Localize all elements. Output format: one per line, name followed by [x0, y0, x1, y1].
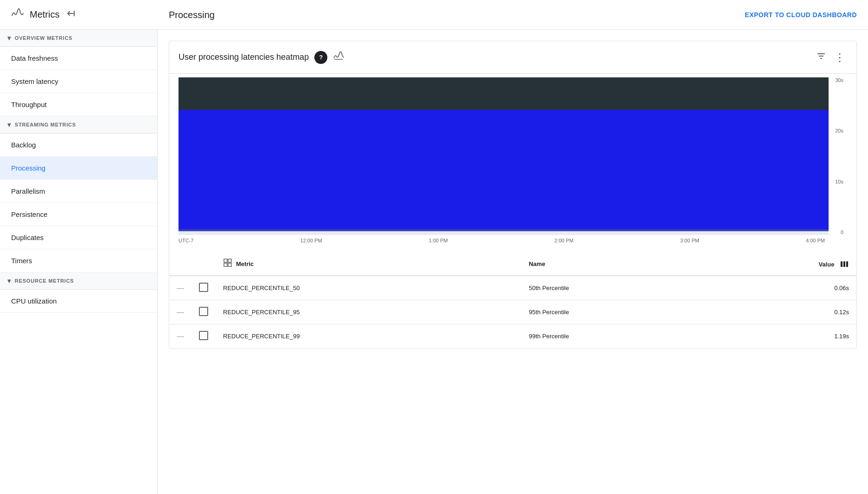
sidebar-section-overview[interactable]: ▾ OVERVIEW METRICS: [0, 30, 157, 47]
table-row: — REDUCE_PERCENTILE_50 50th Percentile 0…: [169, 276, 856, 300]
row-name-p50: 50th Percentile: [521, 276, 705, 300]
row-dash-p95: —: [169, 300, 191, 324]
svg-rect-13: [841, 261, 842, 267]
card-title-group: User processing latencies heatmap ?: [179, 51, 344, 64]
sidebar-item-backlog[interactable]: Backlog: [0, 133, 157, 157]
streaming-chevron-icon: ▾: [7, 121, 11, 128]
sidebar-section-streaming[interactable]: ▾ STREAMING METRICS: [0, 116, 157, 133]
svg-rect-5: [179, 77, 829, 110]
row-checkbox-p99[interactable]: [191, 324, 216, 348]
row-value-p99: 1.19s: [705, 324, 856, 348]
row-metric-p99: REDUCE_PERCENTILE_99: [216, 324, 521, 348]
metrics-table-container: Metric Name Value: [169, 253, 856, 348]
y-label-20s: 20s: [832, 128, 843, 133]
metrics-wave-icon[interactable]: [333, 51, 344, 64]
row-metric-p95: REDUCE_PERCENTILE_95: [216, 300, 521, 324]
filter-icon[interactable]: [814, 49, 829, 66]
row-metric-p50: REDUCE_PERCENTILE_50: [216, 276, 521, 300]
heatmap-card: User processing latencies heatmap ?: [169, 41, 857, 348]
sidebar-item-throughput[interactable]: Throughput: [0, 93, 157, 116]
sidebar: ▾ OVERVIEW METRICS Data freshness System…: [0, 30, 158, 494]
th-metric-group: Metric: [223, 258, 514, 270]
export-button[interactable]: EXPORT TO CLOUD DASHBOARD: [745, 11, 857, 19]
more-options-icon[interactable]: ⋮: [832, 49, 847, 66]
chart-container: 30s 20s 10s 0 UTC-7 12:00 PM 1:00 PM 2:0…: [169, 77, 856, 253]
sidebar-item-processing[interactable]: Processing: [0, 157, 157, 180]
app-logo-icon: [11, 7, 24, 23]
row-name-p99: 99th Percentile: [521, 324, 705, 348]
sidebar-item-system-latency[interactable]: System latency: [0, 70, 157, 93]
resource-chevron-icon: ▾: [7, 277, 11, 285]
row-value-p95: 0.12s: [705, 300, 856, 324]
th-value: Value: [705, 253, 856, 276]
y-label-10s: 10s: [832, 179, 843, 184]
x-label-1pm: 1:00 PM: [429, 238, 448, 243]
th-dash: [169, 253, 191, 276]
main-layout: ▾ OVERVIEW METRICS Data freshness System…: [0, 30, 868, 494]
sidebar-item-cpu-utilization[interactable]: CPU utilization: [0, 290, 157, 313]
row-dash-p99: —: [169, 324, 191, 348]
svg-rect-10: [228, 259, 231, 262]
th-metric: Metric: [216, 253, 521, 276]
svg-rect-8: [179, 231, 829, 235]
table-row: — REDUCE_PERCENTILE_99 99th Percentile 1…: [169, 324, 856, 348]
help-icon[interactable]: ?: [314, 51, 327, 64]
row-dash-p50: —: [169, 276, 191, 300]
x-label-4pm: 4:00 PM: [806, 238, 825, 243]
chart-area: [179, 77, 829, 235]
chart-title: User processing latencies heatmap: [179, 52, 309, 62]
page-title: Processing: [169, 10, 215, 20]
overview-chevron-icon: ▾: [7, 34, 11, 42]
sidebar-section-resource[interactable]: ▾ RESOURCE METRICS: [0, 272, 157, 290]
svg-rect-11: [224, 263, 227, 266]
sidebar-item-duplicates[interactable]: Duplicates: [0, 226, 157, 249]
resource-section-label: RESOURCE METRICS: [15, 278, 74, 284]
row-name-p95: 95th Percentile: [521, 300, 705, 324]
y-axis-labels: 30s 20s 10s 0: [829, 77, 847, 235]
x-axis-labels: UTC-7 12:00 PM 1:00 PM 2:00 PM 3:00 PM 4…: [179, 235, 847, 243]
svg-rect-15: [846, 261, 848, 267]
th-metric-label: Metric: [236, 260, 254, 267]
sidebar-item-persistence[interactable]: Persistence: [0, 203, 157, 226]
row-checkbox-p50[interactable]: [191, 276, 216, 300]
row-value-p50: 0.06s: [705, 276, 856, 300]
streaming-section-label: STREAMING METRICS: [15, 122, 76, 127]
th-checkbox: [191, 253, 216, 276]
svg-rect-7: [179, 229, 829, 231]
x-label-2pm: 2:00 PM: [555, 238, 574, 243]
chart-wrapper: 30s 20s 10s 0: [179, 77, 847, 235]
y-label-0s: 0: [832, 229, 843, 235]
heatmap-svg: [179, 77, 829, 235]
row-checkbox-p95[interactable]: [191, 300, 216, 324]
sidebar-item-parallelism[interactable]: Parallelism: [0, 180, 157, 203]
app-title: Metrics: [30, 9, 59, 20]
svg-rect-14: [843, 261, 845, 267]
metrics-table: Metric Name Value: [169, 253, 856, 348]
overview-section-label: OVERVIEW METRICS: [15, 35, 72, 41]
table-row: — REDUCE_PERCENTILE_95 95th Percentile 0…: [169, 300, 856, 324]
x-label-utc: UTC-7: [179, 238, 193, 243]
collapse-icon[interactable]: [65, 8, 76, 21]
svg-rect-9: [224, 259, 227, 262]
card-actions: ⋮: [814, 49, 847, 66]
x-label-3pm: 3:00 PM: [680, 238, 699, 243]
app-header: Metrics Processing EXPORT TO CLOUD DASHB…: [0, 0, 868, 30]
main-content: User processing latencies heatmap ?: [158, 30, 868, 494]
card-header: User processing latencies heatmap ?: [169, 41, 856, 74]
y-label-30s: 30s: [832, 77, 843, 83]
x-label-12pm: 12:00 PM: [300, 238, 322, 243]
sidebar-item-timers[interactable]: Timers: [0, 249, 157, 272]
bars-icon[interactable]: [840, 259, 849, 268]
grid-icon: [223, 258, 232, 270]
th-name: Name: [521, 253, 705, 276]
sidebar-item-data-freshness[interactable]: Data freshness: [0, 47, 157, 70]
header-left: Metrics: [11, 7, 76, 23]
svg-rect-12: [228, 263, 231, 266]
svg-rect-6: [179, 110, 829, 229]
